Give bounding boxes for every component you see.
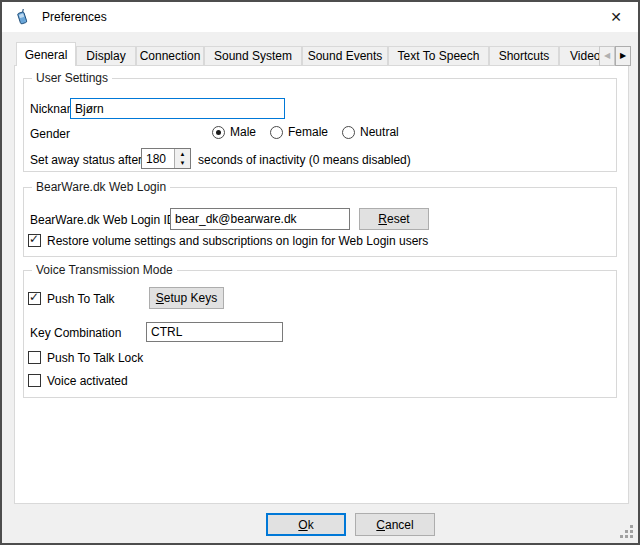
tab-scroll-left-button: ◀ <box>599 46 615 66</box>
voice-transmission-group-title: Voice Transmission Mode <box>32 263 177 277</box>
cancel-button[interactable]: Cancel <box>355 513 435 536</box>
setup-keys-button[interactable]: Setup Keys <box>149 287 224 309</box>
ok-button[interactable]: Ok <box>266 513 346 536</box>
spin-down-button[interactable]: ▼ <box>175 159 190 169</box>
radio-neutral-label: Neutral <box>360 125 399 139</box>
push-to-talk-lock-label: Push To Talk Lock <box>47 351 143 365</box>
title-bar[interactable]: Preferences ✕ <box>2 2 638 32</box>
tab-sound-system[interactable]: Sound System <box>204 46 302 65</box>
radio-female-label: Female <box>288 125 328 139</box>
tab-general[interactable]: General <box>16 42 76 66</box>
radio-neutral-icon[interactable] <box>342 126 355 139</box>
preferences-dialog: Preferences ✕ General Display Connection… <box>0 0 640 545</box>
radio-female-icon[interactable] <box>270 126 283 139</box>
tab-sound-events[interactable]: Sound Events <box>302 46 388 65</box>
voice-activated-checkbox[interactable]: ✓ <box>28 374 41 387</box>
check-icon: ✓ <box>29 290 39 304</box>
tab-display[interactable]: Display <box>76 46 136 65</box>
tab-shortcuts[interactable]: Shortcuts <box>489 46 559 65</box>
tab-scroll-right-button[interactable]: ▶ <box>615 46 631 66</box>
check-icon: ✓ <box>29 232 39 246</box>
radio-male-icon[interactable] <box>212 126 225 139</box>
radio-male-label: Male <box>230 125 256 139</box>
restore-volume-label: Restore volume settings and subscription… <box>47 234 428 248</box>
push-to-talk-checkbox[interactable]: ✓ <box>28 292 41 305</box>
away-status-suffix-label: seconds of inactivity (0 means disabled) <box>198 153 411 167</box>
push-to-talk-label: Push To Talk <box>47 292 115 306</box>
close-button[interactable]: ✕ <box>594 2 638 32</box>
gender-option-neutral[interactable]: Neutral <box>342 125 399 139</box>
key-combination-label: Key Combination <box>30 326 121 340</box>
voice-activated-label: Voice activated <box>47 374 128 388</box>
resize-grip[interactable] <box>620 525 633 538</box>
gender-label: Gender <box>30 127 70 141</box>
tab-text-to-speech[interactable]: Text To Speech <box>388 46 489 65</box>
away-status-prefix-label: Set away status after <box>30 153 142 167</box>
scroll-right-icon: ▶ <box>620 52 626 60</box>
push-to-talk-lock-checkbox[interactable]: ✓ <box>28 351 41 364</box>
away-seconds-value: 180 <box>142 149 174 168</box>
spinner-buttons: ▲ ▼ <box>174 149 190 168</box>
reset-button[interactable]: Reset <box>359 208 429 230</box>
spin-down-icon: ▼ <box>180 160 186 166</box>
spin-up-button[interactable]: ▲ <box>175 149 190 159</box>
restore-volume-checkbox[interactable]: ✓ <box>28 234 41 247</box>
tab-connection[interactable]: Connection <box>136 46 204 65</box>
away-seconds-spinner[interactable]: 180 ▲ ▼ <box>141 148 191 169</box>
nickname-input[interactable] <box>70 98 285 119</box>
key-combination-input[interactable] <box>146 322 283 342</box>
web-login-group-title: BearWare.dk Web Login <box>32 180 170 194</box>
web-login-id-input[interactable] <box>170 208 350 230</box>
user-settings-group-title: User Settings <box>32 71 112 85</box>
spin-up-icon: ▲ <box>180 151 186 157</box>
scroll-left-icon: ◀ <box>604 52 610 60</box>
gender-option-female[interactable]: Female <box>270 125 328 139</box>
teamtalk-app-icon <box>14 9 30 25</box>
window-title: Preferences <box>42 10 107 24</box>
gender-radio-group: Male Female Neutral <box>212 125 399 139</box>
web-login-id-label: BearWare.dk Web Login ID <box>30 213 175 227</box>
gender-option-male[interactable]: Male <box>212 125 256 139</box>
close-icon: ✕ <box>610 9 622 25</box>
